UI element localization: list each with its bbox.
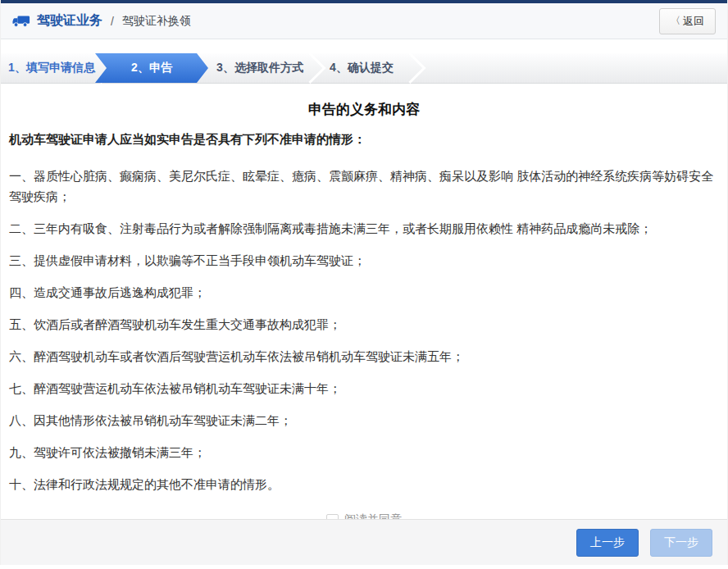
declaration-item-9: 九、驾驶许可依法被撤销未满三年； <box>9 442 719 462</box>
declaration-item-8: 八、因其他情形依法被吊销机动车驾驶证未满二年； <box>9 410 719 430</box>
page: 驾驶证业务 / 驾驶证补换领 〈 返回 1、填写申请信息 2、申告 3、选择取件… <box>0 0 728 565</box>
step-2-label: 2、申告 <box>131 61 172 75</box>
back-button[interactable]: 〈 返回 <box>659 8 716 34</box>
declaration-item-3: 三、提供虚假申请材料，以欺骗等不正当手段申领机动车驾驶证； <box>9 250 719 271</box>
declaration-intro: 机动车驾驶证申请人应当如实申告是否具有下列不准申请的情形： <box>9 132 719 148</box>
step-3-pickup-method[interactable]: 3、选择取件方式 <box>208 53 312 83</box>
declaration-item-4: 四、造成交通事故后逃逸构成犯罪； <box>9 282 719 303</box>
declaration-item-10: 十、法律和行政法规规定的其他不准申请的情形。 <box>9 474 719 494</box>
step-2-declaration-active[interactable]: 2、申告 <box>95 53 208 83</box>
footer-actions: 上一步 下一步 <box>1 519 727 565</box>
step-wizard: 1、填写申请信息 2、申告 3、选择取件方式 4、确认提交 <box>1 53 727 84</box>
back-button-label: 返回 <box>683 14 704 29</box>
page-title: 申告的义务和内容 <box>9 100 719 119</box>
declaration-item-5: 五、饮酒后或者醉酒驾驶机动车发生重大交通事故构成犯罪； <box>9 314 719 335</box>
agree-row: 阅读并同意 <box>9 512 719 519</box>
header-gap <box>1 39 727 53</box>
declaration-item-1: 一、器质性心脏病、癫痫病、美尼尔氏症、眩晕症、癔病、震颤麻痹、精神病、痴呆以及影… <box>9 166 719 207</box>
declaration-item-7: 七、醉酒驾驶营运机动车依法被吊销机动车驾驶证未满十年； <box>9 378 719 398</box>
header: 驾驶证业务 / 驾驶证补换领 〈 返回 <box>1 3 727 39</box>
service-title: 驾驶证业务 <box>37 12 102 30</box>
declaration-content: 申告的义务和内容 机动车驾驶证申请人应当如实申告是否具有下列不准申请的情形： 一… <box>1 84 727 519</box>
step-4-confirm-submit[interactable]: 4、确认提交 <box>312 53 412 83</box>
breadcrumb-current: 驾驶证补换领 <box>122 14 191 29</box>
truck-icon <box>12 15 30 28</box>
declaration-item-6: 六、醉酒驾驶机动车或者饮酒后驾驶营运机动车依法被吊销机动车驾驶证未满五年； <box>9 346 719 366</box>
step-1-label: 1、填写申请信息 <box>8 61 95 75</box>
next-step-button[interactable]: 下一步 <box>650 529 712 557</box>
declaration-item-2: 二、三年内有吸食、注射毒品行为或者解除强制隔离戒毒措施未满三年，或者长期服用依赖… <box>9 218 719 239</box>
breadcrumb: 驾驶证业务 / 驾驶证补换领 <box>12 12 191 30</box>
agree-label: 阅读并同意 <box>344 512 402 519</box>
step-1-fill-application[interactable]: 1、填写申请信息 <box>1 53 102 83</box>
step-4-label: 4、确认提交 <box>330 61 394 75</box>
previous-step-button[interactable]: 上一步 <box>576 529 639 557</box>
back-chevron-icon: 〈 <box>671 14 680 28</box>
step-3-label: 3、选择取件方式 <box>216 61 303 75</box>
breadcrumb-separator: / <box>111 15 114 28</box>
